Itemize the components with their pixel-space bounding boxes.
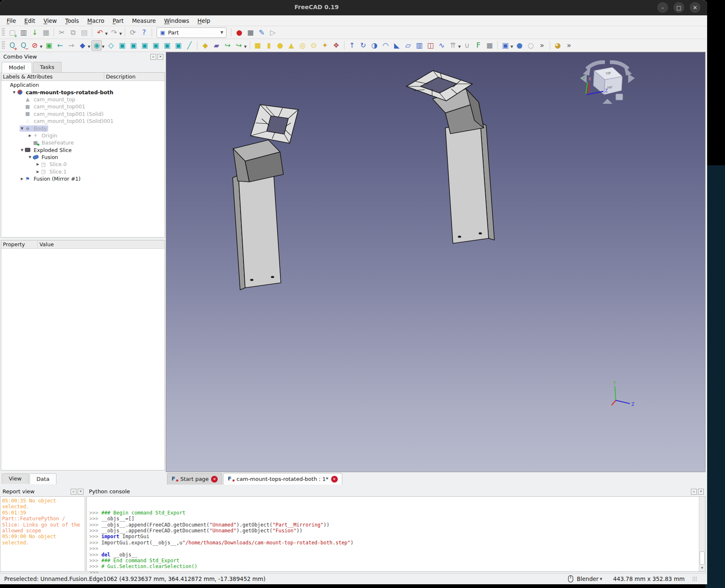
value-column-header[interactable]: Value (38, 240, 165, 248)
undo-icon[interactable]: ↶ (95, 27, 105, 38)
macro-record-icon[interactable]: ● (234, 27, 244, 38)
menu-view[interactable]: View (39, 16, 61, 25)
fillet-icon[interactable]: ◠ (381, 40, 391, 51)
view-left-icon[interactable]: ▣ (173, 40, 183, 51)
chamfer-icon[interactable]: ◣ (392, 40, 402, 51)
thickness-icon[interactable]: ∪ (462, 40, 472, 51)
tree-header-labels[interactable]: Labels & Attributes (1, 73, 104, 81)
tree-item[interactable]: ▼◆Body (1, 125, 165, 132)
copy-icon[interactable]: ⧉ (68, 27, 78, 38)
tree-item[interactable]: ■●BaseFeature (1, 139, 165, 146)
navigation-style-dropdown[interactable]: Blender ▼ (577, 576, 602, 582)
primitive-tube-icon[interactable]: ⊙ (309, 40, 319, 51)
toolbar-overflow-icon[interactable]: » (537, 40, 547, 51)
float-panel-icon[interactable]: ▫ (71, 489, 76, 495)
resize-grip[interactable] (692, 576, 697, 581)
workbench-selector[interactable]: ▣ Part ▼ (157, 27, 226, 38)
primitive-cylinder-icon[interactable]: ▮ (264, 40, 274, 51)
float-panel-icon[interactable]: ▫ (691, 489, 697, 495)
sweep-icon[interactable]: ∿ (437, 40, 447, 51)
close-tab-icon[interactable]: ✕ (211, 476, 218, 483)
group-icon[interactable]: ▰ (211, 40, 221, 51)
ruled-surface-icon[interactable]: ▥ (414, 40, 425, 51)
tree-item[interactable]: ■cam_mount_top001 (1, 103, 165, 110)
chevron-down-icon[interactable]: ▼ (88, 45, 90, 49)
primitive-sphere-icon[interactable]: ● (275, 40, 285, 51)
chevron-down-icon[interactable]: ▼ (105, 32, 108, 36)
primitive-torus-icon[interactable]: ◎ (297, 40, 308, 51)
menu-edit[interactable]: Edit (20, 16, 39, 25)
property-table-empty[interactable] (1, 249, 165, 470)
primitive-cone-icon[interactable]: ▲ (286, 40, 297, 51)
minimize-button[interactable]: – (657, 2, 668, 13)
expand-arrow-icon[interactable]: ▼ (20, 148, 25, 152)
print-icon[interactable]: ▦ (41, 27, 51, 38)
measure-distance-icon[interactable]: ╱ (184, 40, 194, 51)
redo-icon[interactable]: ↷ (109, 27, 119, 38)
tree-item[interactable]: ▼cam-mount-tops-rotated-both (1, 88, 165, 96)
revolve-icon[interactable]: ↻ (358, 40, 369, 51)
tree-item[interactable]: ▼Fusion (1, 154, 165, 161)
view-front-icon[interactable]: ▣ (117, 40, 127, 51)
macro-stop-icon[interactable]: ■ (245, 27, 256, 38)
chevron-down-icon[interactable]: ▼ (119, 32, 122, 36)
collapse-arrow-icon[interactable]: ▶ (27, 134, 32, 137)
property-column-header[interactable]: Property (1, 240, 38, 248)
toolbar-grip[interactable] (2, 28, 5, 37)
tab-view[interactable]: View (2, 473, 29, 484)
view-top-icon[interactable]: ▣ (128, 40, 138, 51)
cut-icon[interactable]: ✂ (57, 27, 67, 38)
view-right-icon[interactable]: ▣ (139, 40, 150, 51)
box-selection-icon[interactable]: ▣ (44, 40, 54, 51)
make-link-icon[interactable]: ↪ (222, 40, 233, 51)
toolbar-overflow-2-icon[interactable]: » (564, 40, 574, 51)
menu-help[interactable]: Help (193, 16, 214, 25)
convert-to-solid-icon[interactable]: ■ (484, 40, 495, 51)
close-panel-icon[interactable]: ✕ (78, 489, 84, 495)
tree-item[interactable]: ▶⚑Fusion (Mirror #1) (1, 175, 165, 182)
extrude-icon[interactable]: ↑ (347, 40, 357, 51)
collapse-arrow-icon[interactable]: ▶ (35, 162, 40, 166)
collapse-arrow-icon[interactable]: ▶ (35, 170, 40, 174)
refresh-icon[interactable]: ⟳ (128, 27, 138, 38)
tree-item[interactable]: Application (1, 81, 165, 88)
shape-from-mesh-icon[interactable]: F (473, 40, 484, 51)
chevron-down-icon[interactable]: ▼ (244, 45, 246, 49)
nav-back-icon[interactable]: ← (55, 40, 65, 51)
tab-tasks[interactable]: Tasks (33, 62, 61, 72)
3d-viewport[interactable]: TOP FRT Y X Z (166, 52, 705, 472)
menu-file[interactable]: File (2, 16, 20, 25)
tab-data[interactable]: Data (29, 473, 57, 484)
view-bottom-icon[interactable]: ▣ (162, 40, 172, 51)
boolean-cut-icon[interactable]: ○ (526, 40, 536, 51)
primitive-box-icon[interactable]: ■ (253, 40, 263, 51)
scroll-down-icon[interactable]: ▼ (699, 565, 705, 571)
draw-style-icon[interactable]: ⊘ (29, 40, 40, 51)
toolbar-grip[interactable] (2, 41, 5, 49)
tree-item[interactable]: ▶◳Slice.0 (1, 161, 165, 168)
loft-icon[interactable]: ◫ (425, 40, 436, 51)
tree-item[interactable]: ■cam_mount_top001 (Solid) (1, 110, 165, 118)
close-button[interactable]: ✕ (690, 2, 700, 13)
view-axonometric-icon[interactable]: ◇ (106, 40, 116, 51)
tree-header-description[interactable]: Description (104, 73, 165, 81)
document-tab[interactable]: F✱cam-mount-tops-rotated-both : 1*✕ (223, 473, 342, 485)
expand-arrow-icon[interactable]: ▼ (20, 127, 25, 130)
close-panel-icon[interactable]: ✕ (157, 54, 163, 60)
console-scrollbar-thumb[interactable] (700, 551, 705, 565)
shape-builder-icon[interactable]: ✦ (320, 40, 330, 51)
paste-icon[interactable]: ▤ (79, 27, 89, 38)
nav-forward-icon[interactable]: → (66, 40, 76, 51)
boolean-union-icon[interactable]: ● (514, 40, 525, 51)
menu-macro[interactable]: Macro (83, 16, 108, 25)
zoom-out-icon[interactable]: Q− (18, 40, 29, 51)
document-tab[interactable]: F✱Start page✕ (167, 473, 222, 485)
make-link-group-icon[interactable]: ↪ (233, 40, 244, 51)
tree-item[interactable]: ▶◳Slice.1 (1, 168, 165, 175)
console-scrollbar[interactable]: ▼ (699, 497, 705, 571)
macro-play-icon[interactable]: ▷ (268, 27, 278, 38)
make-face-icon[interactable]: ▱ (403, 40, 413, 51)
new-document-icon[interactable]: ▢+ (7, 27, 17, 38)
save-document-icon[interactable]: ↓ (29, 27, 40, 38)
chevron-down-icon[interactable]: ▼ (102, 45, 104, 49)
